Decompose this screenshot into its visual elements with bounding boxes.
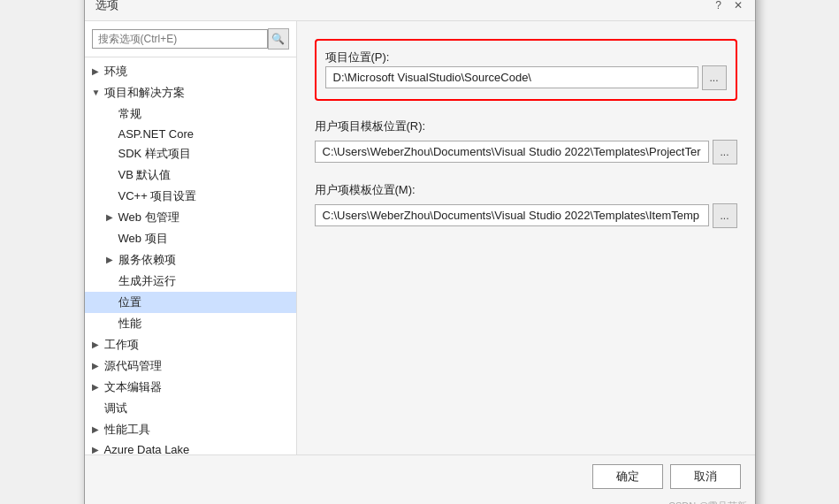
title-bar-controls: ? ✕ [713, 0, 744, 11]
user-item-template-browse-button[interactable]: ... [713, 203, 737, 228]
tree-item-perf[interactable]: 性能 [85, 313, 296, 334]
tree-item-sdk[interactable]: SDK 样式项目 [85, 143, 296, 164]
project-location-input[interactable] [325, 66, 698, 88]
tree-item-label-proj: 项目和解决方案 [104, 85, 185, 101]
tree-item-label-env: 环境 [104, 64, 127, 80]
tree-item-svcdep[interactable]: ▶服务依赖项 [85, 249, 296, 271]
user-item-template-label: 用户项模板位置(M): [315, 182, 737, 198]
tree-item-webproj[interactable]: Web 项目 [85, 228, 296, 249]
tree-container: ▶环境▼项目和解决方案常规ASP.NET CoreSDK 样式项目VB 默认值V… [85, 57, 296, 454]
tree-item-label-webproj: Web 项目 [118, 231, 168, 247]
user-project-template-label: 用户项目模板位置(R): [315, 118, 737, 134]
options-dialog: 选项 ? ✕ 🔍 ▶环境▼项目和解决方案常规ASP.NET CoreSDK 样式… [84, 0, 756, 504]
tree-item-label-vcpp: VC++ 项目设置 [118, 188, 197, 204]
expand-icon-work: ▶ [92, 340, 101, 349]
tree-item-location[interactable]: 位置 [85, 292, 296, 313]
dialog-footer: 确定 取消 [85, 454, 755, 498]
tree-item-work[interactable]: ▶工作项 [85, 334, 296, 355]
expand-icon-perftools: ▶ [92, 424, 101, 434]
expand-icon-svcdep: ▶ [106, 255, 115, 264]
dialog-title: 选项 [95, 0, 118, 13]
tree-item-proj[interactable]: ▼项目和解决方案 [85, 82, 296, 103]
ok-button[interactable]: 确定 [592, 464, 663, 489]
search-button[interactable]: 🔍 [268, 28, 289, 50]
tree-item-label-general: 常规 [118, 106, 141, 122]
tree-item-label-vb: VB 默认值 [118, 167, 172, 183]
project-location-row: ... [325, 65, 727, 90]
tree-item-editor[interactable]: ▶文本编辑器 [85, 377, 296, 398]
tree-item-label-sdk: SDK 样式项目 [118, 146, 191, 162]
tree-item-general[interactable]: 常规 [85, 103, 296, 125]
user-item-template-group: 用户项模板位置(M): ... [315, 182, 737, 228]
tree-item-src[interactable]: ▶源代码管理 [85, 355, 296, 377]
expand-icon-proj: ▼ [92, 88, 101, 97]
tree-item-label-perftools: 性能工具 [104, 422, 150, 438]
tree-item-perftools[interactable]: ▶性能工具 [85, 419, 296, 440]
expand-icon-editor: ▶ [92, 382, 101, 392]
expand-icon-webpkg: ▶ [106, 212, 115, 222]
project-location-label: 项目位置(P): [325, 50, 727, 65]
project-location-group: 项目位置(P): ... [315, 39, 737, 101]
close-button[interactable]: ✕ [732, 0, 744, 11]
search-input[interactable] [92, 29, 268, 49]
tree-item-aspnet[interactable]: ASP.NET Core [85, 125, 296, 143]
user-item-template-input[interactable] [315, 204, 709, 226]
tree-item-webpkg[interactable]: ▶Web 包管理 [85, 207, 296, 228]
right-panel: 项目位置(P): ... 用户项目模板位置(R): ... 用户项模板位置(M)… [297, 21, 755, 454]
tree-item-label-aspnet: ASP.NET Core [118, 127, 194, 141]
cancel-button[interactable]: 取消 [670, 464, 741, 489]
expand-icon-azure: ▶ [92, 445, 101, 454]
tree-item-vb[interactable]: VB 默认值 [85, 164, 296, 186]
watermark: CSDN @零号萌新 [85, 498, 755, 505]
dialog-body: 🔍 ▶环境▼项目和解决方案常规ASP.NET CoreSDK 样式项目VB 默认… [85, 21, 755, 454]
tree-item-env[interactable]: ▶环境 [85, 61, 296, 82]
user-item-template-row: ... [315, 203, 737, 228]
tree-item-label-editor: 文本编辑器 [104, 379, 162, 395]
tree-item-label-azure: Azure Data Lake [104, 443, 190, 454]
title-bar: 选项 ? ✕ [85, 0, 755, 21]
tree-item-label-perf: 性能 [118, 316, 141, 332]
user-project-template-browse-button[interactable]: ... [713, 140, 737, 164]
expand-icon-src: ▶ [92, 361, 101, 370]
tree-item-build[interactable]: 生成并运行 [85, 271, 296, 292]
tree-item-label-webpkg: Web 包管理 [118, 210, 179, 225]
tree-item-label-work: 工作项 [104, 337, 139, 353]
expand-icon-env: ▶ [92, 66, 101, 76]
project-location-browse-button[interactable]: ... [702, 65, 727, 90]
search-box: 🔍 [85, 21, 296, 57]
tree-item-azure[interactable]: ▶Azure Data Lake [85, 440, 296, 454]
user-project-template-input[interactable] [315, 141, 709, 163]
user-project-template-group: 用户项目模板位置(R): ... [315, 118, 737, 164]
left-panel: 🔍 ▶环境▼项目和解决方案常规ASP.NET CoreSDK 样式项目VB 默认… [85, 21, 297, 454]
tree-item-label-location: 位置 [118, 294, 141, 310]
user-project-template-row: ... [315, 140, 737, 164]
tree-item-label-src: 源代码管理 [104, 358, 162, 374]
help-button[interactable]: ? [713, 0, 725, 11]
tree-item-label-debug: 调试 [104, 401, 127, 416]
tree-item-vcpp[interactable]: VC++ 项目设置 [85, 186, 296, 207]
tree-item-label-svcdep: 服务依赖项 [118, 252, 176, 268]
tree-item-debug[interactable]: 调试 [85, 398, 296, 419]
tree-item-label-build: 生成并运行 [118, 273, 176, 289]
